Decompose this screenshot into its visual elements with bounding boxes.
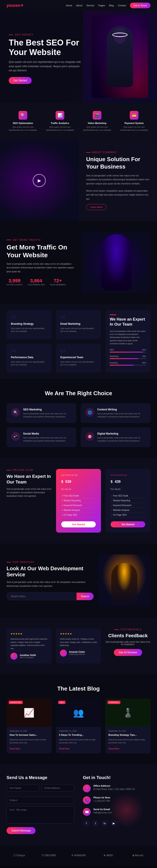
nav-service[interactable]: Service (86, 4, 95, 7)
traffic-content: Get More Traffic Get More Traffic On You… (6, 239, 75, 286)
pricing-intro-desc: Sed ut perspiciatis unde omnis iste natu… (6, 487, 52, 498)
partners-grid: ⬡ Coinyx 🛡 SECURS ✈ HANGAR ★ BKIS ◈ Reco… (6, 852, 151, 859)
social-youtube[interactable]: ▶ (110, 820, 117, 827)
choice-content: 🌐 Content Writing Sed ut perspiciatis un… (81, 403, 151, 423)
social-twitter[interactable]: t (92, 820, 99, 827)
contact-address: 📍 Office Address 65 East Road, Suite 1 C… (83, 784, 151, 792)
skill-seo: SEO 92% (110, 349, 146, 352)
skill-marketing: Marketing 78% (110, 355, 146, 359)
play-button[interactable]: ▶ (33, 174, 46, 187)
pricing-intro-title: We Have an Expert In Our Team (6, 473, 52, 485)
social-facebook[interactable]: f (83, 820, 90, 827)
unique-section: ▶ About Company Unique Solution For Your… (0, 140, 157, 221)
stat-clients: 3,999 Active Clients (6, 278, 23, 286)
phone-title: Phone Us Now (93, 796, 110, 799)
nav-contact[interactable]: Contact (118, 4, 126, 7)
footer: youseo✦ Sed ut perspiciatis unde omnis i… (0, 866, 157, 868)
price-cta-2-button[interactable]: Get Started (110, 521, 145, 527)
skill-seo-track (110, 352, 146, 352)
hero-figure (91, 15, 148, 98)
reviewer-2-name: Amanda Clarke (69, 651, 85, 653)
email-detail: hello@youseo.com (93, 811, 112, 814)
partner-bkis: ★ BKIS (96, 852, 121, 859)
contact-phone: 📞 Phone Us Now +1 (234) 567 890 (83, 796, 151, 804)
blog-readmore-3[interactable]: Read More (108, 747, 119, 750)
stars-1: ★★★★★ (10, 632, 48, 635)
contact-email: ✉️ Send Us Email hello@youseo.com (83, 808, 151, 816)
reviewer-2-role: Marketing Director (69, 653, 85, 655)
partner-recort: ◈ Recort (125, 852, 151, 859)
unique-cta-button[interactable]: Learn More (86, 204, 107, 210)
choice-content-desc: Sed ut perspiciatis unde omnis iste natu… (97, 412, 146, 418)
right-choice-title: We Are The Right Choice (6, 390, 151, 397)
web-service-content: Our Services Look At Our Web Development… (6, 561, 94, 600)
blog-readmore-1[interactable]: Read More (9, 747, 20, 750)
service-title-2: Email Marketing (60, 322, 97, 326)
service-title-4: Experienced Team (60, 356, 97, 359)
nav-home[interactable]: Home (66, 4, 72, 7)
price-period-2: Per Month (110, 488, 145, 490)
submit-button[interactable]: Submit Message (6, 827, 35, 834)
service-desc-2: Quis autem vel eum iure reprehenderit qu… (60, 327, 97, 333)
message-textarea[interactable] (6, 806, 74, 824)
nav-about[interactable]: About (76, 4, 82, 7)
address-icon: 📍 (83, 784, 91, 792)
blog-cat-1: Marketing (9, 701, 23, 704)
choice-social-icon: 📲 (11, 432, 20, 441)
service-desc-3: Quis autem vel eum iure reprehenderit qu… (11, 361, 47, 367)
phone-detail: +1 (234) 567 890 (93, 800, 110, 802)
nav-blog[interactable]: Blog (109, 4, 114, 7)
reviewer-1-info: Jonathan Smith SEO Consultant (20, 654, 36, 658)
reviewer-2-info: Amanda Clarke Marketing Director (69, 651, 85, 655)
choice-content-title: Content Writing (97, 408, 146, 411)
nav-pages[interactable]: Pages (98, 4, 105, 7)
feature-video-desc: Quis autem vel eum iure reprehenderit qu… (81, 126, 113, 131)
blog-post-3: ♟️ Strategy September 22, 2021 Branding … (105, 699, 151, 753)
hero-image (83, 11, 157, 102)
choice-seo: 🔍 SEO Marketing Sed ut perspiciatis unde… (6, 403, 76, 423)
feature-item: On Page SEO (110, 513, 145, 518)
blog-excerpt-3: Maecenas porta lorem ipsum take to write… (108, 738, 148, 744)
reviewer-1-role: SEO Consultant (20, 656, 36, 658)
feedback-desc: Sed ut perspiciatis unde omnis iste natu… (105, 641, 151, 646)
choice-seo-desc: Sed ut perspiciatis unde omnis iste natu… (23, 412, 72, 418)
blog-date-1: September 20, 2021 (9, 730, 49, 732)
choice-digital-title: Digital Marketing (97, 432, 146, 435)
price-cta-1-button[interactable]: Get Started (61, 521, 96, 527)
hero-tag: SEO Agency (9, 33, 83, 36)
service-card-1: 01 Branding Strategy Quis autem vel eum … (6, 310, 52, 339)
testimonial-1: ★★★★★ Maecenas porta ante eget lectus ma… (6, 628, 52, 663)
choice-social-text: Social Media Sed ut perspiciatis unde om… (23, 432, 72, 442)
partners-section: ⬡ Coinyx 🛡 SECURS ✈ HANGAR ★ BKIS ◈ Reco… (0, 845, 157, 866)
skill-seo-pct: 92% (142, 349, 146, 351)
search-input[interactable] (7, 593, 77, 600)
email-input[interactable] (42, 784, 74, 792)
choice-social-desc: Sed ut perspiciatis unde omnis iste natu… (23, 436, 72, 442)
price-features-2: Free SEO Audit Weekly Reporting Keyword … (110, 494, 145, 518)
service-num-4: 04 (60, 348, 97, 354)
name-input[interactable] (6, 784, 39, 792)
feature-payment-desc: Quis autem vel eum iure reprehenderit qu… (118, 126, 151, 131)
blog-post-2: 👥 SEO September 21, 2021 5 Steps To Tren… (56, 699, 101, 753)
contact-info: Get in Touch! 📍 Office Address 65 East R… (83, 775, 151, 834)
feature-seo-desc: Quis autem vel eum iure reprehenderit qu… (6, 126, 39, 131)
choice-content-icon: 🌐 (85, 408, 94, 417)
search-button[interactable]: Search (77, 593, 94, 600)
blog-section: The Latest Blog 📈 Marketing September 20… (0, 675, 157, 764)
blog-excerpt-2: Maecenas porta lorem ipsum take to write… (59, 738, 98, 744)
person-silhouette (107, 26, 133, 87)
features-section: 🔍 SEO Optimization Quis autem vel eum iu… (0, 102, 157, 140)
nav-cta-button[interactable]: Get In Touch (130, 3, 151, 8)
stat-customers: 3,864 Customers Win (28, 278, 45, 286)
hero-cta-button[interactable]: Get Started (9, 77, 32, 84)
stat-team-num: 72+ (50, 278, 66, 284)
feedback-cta-button[interactable]: See All Reviews (114, 649, 142, 656)
social-linkedin[interactable]: in (101, 820, 108, 827)
blog-post-title-3: Branding Strategy Tips... (108, 733, 148, 737)
blog-post-title-1: How To Increase Sales... (9, 733, 49, 737)
service-desc-4: Quis autem vel eum iure reprehenderit qu… (60, 361, 97, 367)
brand-logo[interactable]: youseo✦ (6, 3, 24, 8)
web-service-section: Our Services Look At Our Web Development… (0, 544, 157, 617)
blog-readmore-2[interactable]: Read More (59, 747, 70, 750)
subject-input[interactable] (6, 797, 74, 804)
